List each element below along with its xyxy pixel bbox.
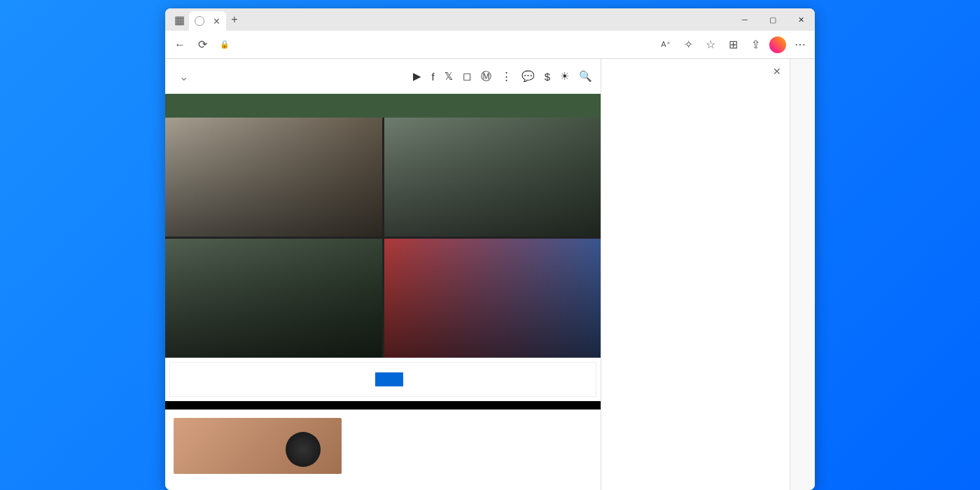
close-window-button[interactable]: ✕ <box>787 8 815 31</box>
text-size-icon[interactable]: A⁺ <box>655 34 676 55</box>
ad-banner <box>169 362 596 397</box>
deals-icon[interactable]: $ <box>545 71 550 83</box>
site-header: ⌄ ▶ f 𝕏 ◻ Ⓜ ⋮ 💬 $ ☀ 🔍 <box>165 59 601 94</box>
toolbar: ← ⟳ 🔒 A⁺ ✧ ☆ ⊞ ⇪ ⋯ <box>165 31 815 59</box>
new-tab-button[interactable]: + <box>226 13 243 26</box>
hero-tile[interactable] <box>384 118 601 237</box>
story-row[interactable] <box>165 410 601 482</box>
comment-icon[interactable]: 💬 <box>522 70 535 83</box>
tab-actions-icon[interactable]: ▦ <box>169 10 189 29</box>
profile-avatar[interactable] <box>767 34 788 55</box>
sidebar-rail <box>790 59 815 490</box>
panel-close-icon[interactable]: ✕ <box>773 66 781 77</box>
story-thumbnail <box>174 418 342 474</box>
minimize-button[interactable]: ─ <box>731 8 759 31</box>
tab-close-icon[interactable]: ✕ <box>213 16 220 27</box>
hero-tile[interactable] <box>384 239 601 358</box>
twitter-icon[interactable]: 𝕏 <box>444 70 453 83</box>
darkmode-icon[interactable]: ☀ <box>560 70 569 83</box>
page-content: ⌄ ▶ f 𝕏 ◻ Ⓜ ⋮ 💬 $ ☀ 🔍 <box>165 59 601 490</box>
facebook-icon[interactable]: f <box>431 71 434 83</box>
search-icon[interactable]: 🔍 <box>579 70 592 83</box>
share-icon[interactable]: ⇪ <box>745 34 766 55</box>
more-icon[interactable]: ⋮ <box>501 70 512 83</box>
lock-icon: 🔒 <box>220 40 230 49</box>
hero-tile[interactable] <box>165 118 382 237</box>
instagram-icon[interactable]: ◻ <box>463 70 471 83</box>
chevron-down-icon[interactable]: ⌄ <box>179 70 188 83</box>
hero-grid <box>165 118 601 358</box>
youtube-icon[interactable]: ▶ <box>413 70 421 83</box>
browser-tab[interactable]: ✕ <box>189 11 226 31</box>
site-nav <box>165 94 601 118</box>
section-heading <box>165 401 601 410</box>
menu-icon[interactable]: ⋯ <box>790 34 811 55</box>
favorites-icon[interactable]: ☆ <box>700 34 721 55</box>
refresh-button[interactable]: ⟳ <box>192 34 213 55</box>
ad-cta-button[interactable] <box>375 372 403 386</box>
hero-tile[interactable] <box>165 239 382 358</box>
favicon-icon <box>195 16 204 26</box>
maximize-button[interactable]: ▢ <box>759 8 787 31</box>
titlebar: ▦ ✕ + ─ ▢ ✕ <box>165 8 815 31</box>
back-button[interactable]: ← <box>169 34 190 55</box>
customize-sidebar-panel: ✕ <box>601 59 790 490</box>
collections-icon[interactable]: ⊞ <box>722 34 743 55</box>
browser-window: ▦ ✕ + ─ ▢ ✕ ← ⟳ 🔒 A⁺ ✧ ☆ ⊞ ⇪ ⋯ <box>165 8 815 490</box>
tracking-icon[interactable]: ✧ <box>678 34 699 55</box>
address-bar[interactable]: 🔒 <box>214 35 654 55</box>
mastodon-icon[interactable]: Ⓜ <box>481 70 491 83</box>
